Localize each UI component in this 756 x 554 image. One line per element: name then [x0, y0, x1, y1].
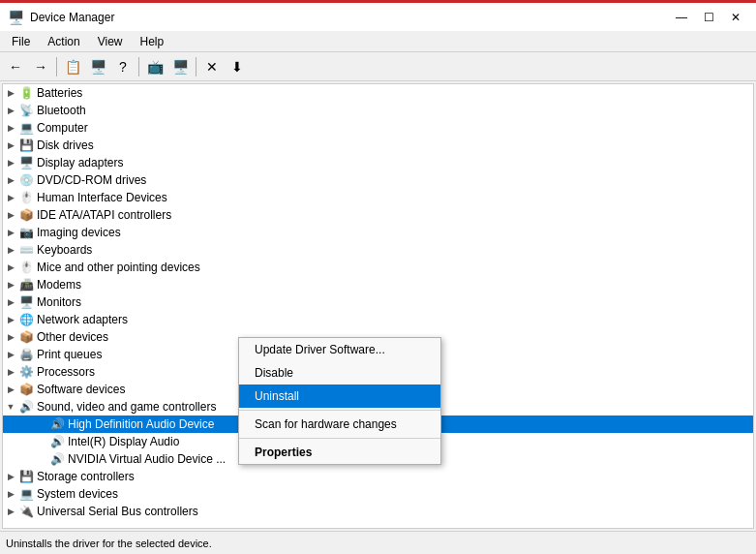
context-menu-sep-sep2	[239, 438, 440, 439]
tree-item-dvdcdrom[interactable]: ▶💿DVD/CD-ROM drives	[3, 171, 753, 189]
toolbar-forward[interactable]: →	[29, 56, 52, 77]
tree-icon-systemdevices: 💻	[18, 486, 34, 502]
tree-label-diskdrives: Disk drives	[37, 138, 94, 152]
menu-help[interactable]: Help	[133, 33, 172, 50]
tree-label-systemdevices: System devices	[37, 487, 118, 501]
toolbar-sep-1	[56, 57, 57, 77]
status-text: Uninstalls the driver for the selected d…	[6, 538, 212, 549]
tree-arrow-processors: ▶	[3, 367, 18, 377]
tree-label-storagecontrollers: Storage controllers	[37, 470, 135, 483]
tree-arrow-displayadapters: ▶	[3, 158, 18, 168]
toolbar-show-devices[interactable]: 📺	[143, 56, 166, 77]
context-menu-item-properties[interactable]: Properties	[239, 441, 440, 464]
tree-arrow-softwaredevices: ▶	[3, 385, 18, 394]
tree-arrow-dvdcdrom: ▶	[3, 175, 18, 185]
toolbar-sep-3	[196, 57, 197, 77]
context-menu-item-scan-hardware[interactable]: Scan for hardware changes	[239, 413, 440, 436]
tree-item-networkadapters[interactable]: ▶🌐Network adapters	[3, 311, 753, 328]
tree-label-bluetooth: Bluetooth	[37, 104, 86, 117]
tree-label-universalserial: Universal Serial Bus controllers	[37, 505, 198, 518]
context-menu-item-disable[interactable]: Disable	[239, 361, 440, 385]
tree-icon-batteries: 🔋	[18, 85, 34, 101]
tree-icon-humaninterface: 🖱️	[18, 190, 34, 205]
tree-label-otherdevices: Other devices	[37, 330, 108, 344]
tree-icon-diskdrives: 💾	[18, 138, 34, 153]
tree-arrow-ideata: ▶	[3, 210, 18, 220]
tree-arrow-keyboards: ▶	[3, 245, 18, 255]
tree-arrow-soundvideo: ▼	[3, 402, 18, 412]
tree-label-modems: Modems	[37, 278, 81, 292]
status-bar: Uninstalls the driver for the selected d…	[0, 531, 756, 554]
tree-icon-bluetooth: 📡	[18, 103, 34, 118]
tree-item-ideata[interactable]: ▶📦IDE ATA/ATAPI controllers	[3, 206, 753, 224]
tree-item-storagecontrollers[interactable]: ▶💾Storage controllers	[3, 468, 753, 485]
tree-label-imaging: Imaging devices	[37, 226, 121, 239]
context-menu-item-update-driver[interactable]: Update Driver Software...	[239, 338, 440, 361]
context-menu-sep-sep1	[239, 410, 440, 411]
window-controls: — ☐ ✕	[669, 7, 748, 28]
tree-icon-softwaredevices: 📦	[18, 382, 34, 397]
tree-arrow-mice: ▶	[3, 262, 18, 272]
tree-arrow-monitors: ▶	[3, 297, 18, 307]
menu-view[interactable]: View	[90, 33, 131, 50]
menu-file[interactable]: File	[4, 33, 38, 50]
tree-arrow-bluetooth: ▶	[3, 106, 18, 115]
tree-label-intel_display: Intel(R) Display Audio	[68, 435, 179, 448]
tree-icon-soundvideo: 🔊	[18, 399, 34, 415]
toolbar-scan[interactable]: ⬇	[226, 56, 249, 77]
title-bar: 🖥️ Device Manager — ☐ ✕	[0, 0, 756, 31]
tree-icon-printqueues: 🖨️	[18, 347, 34, 362]
tree-item-batteries[interactable]: ▶🔋Batteries	[3, 84, 753, 102]
tree-icon-keyboards: ⌨️	[18, 242, 34, 258]
tree-arrow-imaging: ▶	[3, 228, 18, 237]
tree-label-printqueues: Print queues	[37, 348, 102, 361]
tree-label-processors: Processors	[37, 365, 95, 379]
tree-label-networkadapters: Network adapters	[37, 313, 128, 326]
menu-action[interactable]: Action	[40, 33, 87, 50]
tree-label-dvdcdrom: DVD/CD-ROM drives	[37, 173, 146, 187]
minimize-button[interactable]: —	[669, 7, 694, 28]
tree-icon-storagecontrollers: 💾	[18, 469, 34, 484]
tree-icon-intel_display: 🔊	[49, 434, 65, 449]
tree-item-humaninterface[interactable]: ▶🖱️Human Interface Devices	[3, 189, 753, 206]
tree-label-hd_audio: High Definition Audio Device	[68, 417, 214, 431]
tree-item-systemdevices[interactable]: ▶💻System devices	[3, 485, 753, 503]
tree-icon-networkadapters: 🌐	[18, 312, 34, 327]
tree-arrow-modems: ▶	[3, 280, 18, 290]
tree-item-computer[interactable]: ▶💻Computer	[3, 119, 753, 137]
tree-icon-imaging: 📷	[18, 225, 34, 240]
tree-label-batteries: Batteries	[37, 86, 82, 100]
tree-label-humaninterface: Human Interface Devices	[37, 191, 167, 204]
tree-item-imaging[interactable]: ▶📷Imaging devices	[3, 224, 753, 241]
toolbar-help[interactable]: ?	[111, 56, 135, 77]
tree-icon-computer: 💻	[18, 120, 34, 136]
tree-icon-ideata: 📦	[18, 207, 34, 223]
tree-item-modems[interactable]: ▶📠Modems	[3, 276, 753, 293]
tree-arrow-batteries: ▶	[3, 88, 18, 98]
title-left: 🖥️ Device Manager	[8, 10, 114, 25]
toolbar-resources[interactable]: 🖥️	[168, 56, 192, 77]
toolbar-update-driver[interactable]: 🖥️	[86, 56, 109, 77]
tree-label-displayadapters: Display adapters	[37, 156, 123, 169]
tree-item-bluetooth[interactable]: ▶📡Bluetooth	[3, 102, 753, 119]
tree-item-keyboards[interactable]: ▶⌨️Keyboards	[3, 241, 753, 259]
toolbar-uninstall[interactable]: ✕	[200, 56, 224, 77]
toolbar-properties[interactable]: 📋	[61, 56, 84, 77]
close-button[interactable]: ✕	[723, 7, 748, 28]
maximize-button[interactable]: ☐	[696, 7, 721, 28]
tree-label-mice: Mice and other pointing devices	[37, 261, 200, 274]
toolbar-back[interactable]: ←	[4, 56, 27, 77]
context-menu-item-uninstall[interactable]: Uninstall	[239, 385, 440, 408]
tree-item-displayadapters[interactable]: ▶🖥️Display adapters	[3, 154, 753, 171]
tree-icon-hd_audio: 🔊	[49, 416, 65, 432]
tree-icon-processors: ⚙️	[18, 364, 34, 380]
tree-item-universalserial[interactable]: ▶🔌Universal Serial Bus controllers	[3, 503, 753, 520]
tree-icon-mice: 🖱️	[18, 260, 34, 275]
context-menu: Update Driver Software...DisableUninstal…	[238, 337, 441, 465]
tree-arrow-computer: ▶	[3, 123, 18, 133]
tree-item-diskdrives[interactable]: ▶💾Disk drives	[3, 137, 753, 154]
app-icon: 🖥️	[8, 10, 24, 25]
tree-item-monitors[interactable]: ▶🖥️Monitors	[3, 293, 753, 311]
tree-label-softwaredevices: Software devices	[37, 383, 125, 396]
tree-item-mice[interactable]: ▶🖱️Mice and other pointing devices	[3, 259, 753, 276]
